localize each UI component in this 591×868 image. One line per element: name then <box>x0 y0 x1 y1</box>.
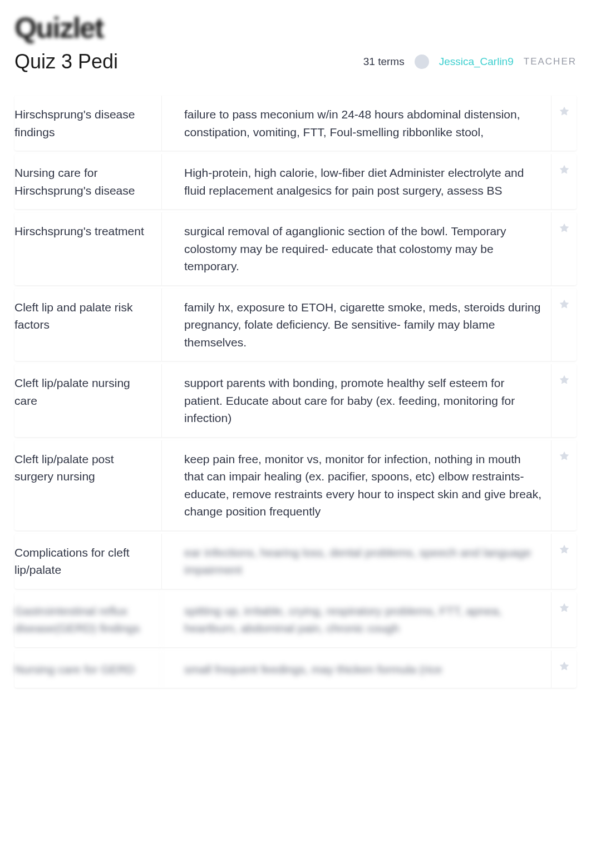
flashcard-row: Nursing care for Hirschsprung's diseaseH… <box>14 154 577 209</box>
star-icon <box>559 222 570 236</box>
card-term: Nursing care for GERD <box>14 651 162 688</box>
card-definition: surgical removal of aganglionic section … <box>162 212 577 285</box>
card-term: Cleft lip and palate risk factors <box>14 289 162 361</box>
card-star-button[interactable] <box>551 289 577 361</box>
star-icon <box>559 544 570 557</box>
author-link[interactable]: Jessica_Carlin9 <box>439 56 514 68</box>
flashcard-row: Nursing care for GERDsmall frequent feed… <box>14 651 577 688</box>
star-icon <box>559 450 570 464</box>
card-term: Cleft lip/palate nursing care <box>14 364 162 437</box>
card-star-button[interactable] <box>551 651 577 688</box>
card-term: Hirschsprung's treatment <box>14 212 162 285</box>
role-badge: TEACHER <box>524 56 577 67</box>
star-icon <box>559 374 570 388</box>
star-icon <box>559 661 570 674</box>
card-definition: support parents with bonding, promote he… <box>162 364 577 437</box>
page-title: Quiz 3 Pedi <box>14 50 118 73</box>
flashcard-row: Gastrointestinal reflux disease(GERD) fi… <box>14 592 577 647</box>
logo-text: Quizlet <box>14 12 103 44</box>
star-icon <box>559 106 570 119</box>
flashcard-row: Hirschsprung's disease findingsfailure t… <box>14 96 577 151</box>
card-star-button[interactable] <box>551 592 577 647</box>
card-star-button[interactable] <box>551 440 577 530</box>
card-definition: ear infections, hearing loss, dental pro… <box>162 534 577 589</box>
flashcard-row: Cleft lip and palate risk factorsfamily … <box>14 289 577 361</box>
meta-info: 31 terms Jessica_Carlin9 TEACHER <box>363 54 577 69</box>
card-star-button[interactable] <box>551 96 577 151</box>
avatar[interactable] <box>415 54 429 69</box>
star-icon <box>559 602 570 616</box>
term-count: 31 terms <box>363 56 405 68</box>
card-definition: keep pain free, monitor vs, monitor for … <box>162 440 577 530</box>
card-star-button[interactable] <box>551 212 577 285</box>
card-term: Gastrointestinal reflux disease(GERD) fi… <box>14 592 162 647</box>
card-term: Cleft lip/palate post surgery nursing <box>14 440 162 530</box>
card-definition: family hx, exposure to ETOH, cigarette s… <box>162 289 577 361</box>
card-term: Hirschsprung's disease findings <box>14 96 162 151</box>
card-star-button[interactable] <box>551 154 577 209</box>
flashcard-row: Cleft lip/palate post surgery nursingkee… <box>14 440 577 530</box>
star-icon <box>559 299 570 312</box>
card-definition: spitting up, irritable, crying, respirat… <box>162 592 577 647</box>
flashcard-row: Cleft lip/palate nursing caresupport par… <box>14 364 577 437</box>
flashcard-row: Complications for cleft lip/palateear in… <box>14 534 577 589</box>
card-term: Complications for cleft lip/palate <box>14 534 162 589</box>
card-definition: failure to pass meconium w/in 24-48 hour… <box>162 96 577 151</box>
card-definition: small frequent feedings, may thicken for… <box>162 651 577 688</box>
card-term: Nursing care for Hirschsprung's disease <box>14 154 162 209</box>
logo: Quizlet <box>14 11 591 44</box>
header: Quiz 3 Pedi 31 terms Jessica_Carlin9 TEA… <box>0 50 591 96</box>
card-definition: High-protein, high calorie, low-fiber di… <box>162 154 577 209</box>
card-star-button[interactable] <box>551 534 577 589</box>
cards-list: Hirschsprung's disease findingsfailure t… <box>0 96 591 688</box>
card-star-button[interactable] <box>551 364 577 437</box>
flashcard-row: Hirschsprung's treatmentsurgical removal… <box>14 212 577 285</box>
star-icon <box>559 164 570 177</box>
